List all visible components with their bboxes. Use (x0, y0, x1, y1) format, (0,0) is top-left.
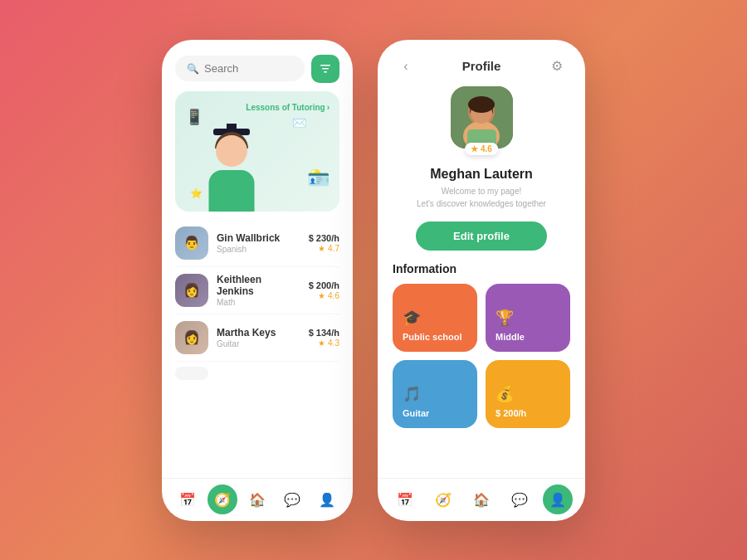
left-phone: 🔍 Lessons of Tutoring › 📱 💡 ✉️ ⭐ (162, 40, 353, 521)
tutor-info-martha: Martha Keys Guitar (217, 327, 300, 348)
tutor-price-gin: $ 230/h (309, 233, 339, 243)
search-input[interactable] (204, 62, 293, 75)
tutor-avatar-gin: 👨 (175, 226, 208, 260)
avatar (451, 86, 513, 149)
search-icon: 🔍 (187, 63, 199, 75)
tutor-rate-keithleen: $ 200/h ★ 4.6 (309, 280, 339, 300)
banner-text: Lessons of Tutoring › (246, 103, 330, 112)
right-nav-home[interactable]: 🏠 (466, 485, 496, 514)
settings-icon[interactable]: ⚙ (545, 55, 569, 78)
info-card-label-rate: $ 200/h (496, 408, 526, 418)
grad-character (198, 120, 265, 212)
tutor-info-gin: Gin Wallbrick Spanish (217, 232, 300, 254)
info-grid: 🎓 Public school 🏆 Middle 🎵 Guitar 💰 $ 20… (393, 284, 570, 428)
table-row[interactable]: 👩 Keithleen Jenkins Math $ 200/h ★ 4.6 (175, 267, 339, 314)
info-card-middle[interactable]: 🏆 Middle (486, 284, 570, 352)
money-icon: 💰 (496, 385, 514, 403)
info-card-public-school[interactable]: 🎓 Public school (393, 284, 477, 352)
search-area: 🔍 (162, 40, 353, 91)
tutor-name-gin: Gin Wallbrick (217, 232, 300, 244)
tutor-subject-gin: Spanish (217, 245, 300, 254)
tutor-name-martha: Martha Keys (217, 327, 300, 338)
envelope-deco-icon: ✉️ (292, 116, 306, 129)
rating-badge: ★ 4.6 (465, 143, 498, 155)
id-card-deco-icon: 🪪 (307, 169, 330, 191)
nav-item-chat[interactable]: 💬 (277, 485, 307, 514)
list-item-partial (175, 362, 339, 378)
tutors-list: 👨 Gin Wallbrick Spanish $ 230/h ★ 4.7 👩 … (162, 220, 353, 478)
info-card-rate[interactable]: 💰 $ 200/h (486, 360, 570, 428)
search-input-wrap[interactable]: 🔍 (175, 56, 305, 81)
table-row[interactable]: 👩 Martha Keys Guitar $ 134/h ★ 4.3 (175, 314, 339, 362)
filter-button[interactable] (311, 55, 339, 83)
tutor-avatar-martha: 👩 (175, 321, 208, 354)
svg-point-8 (468, 96, 495, 113)
right-nav-profile[interactable]: 👤 (543, 485, 573, 514)
tutor-subject-martha: Guitar (217, 339, 300, 348)
right-phone: ‹ Profile ⚙ ★ 4.6 Meghan Lautern (378, 40, 585, 521)
right-nav-calendar[interactable]: 📅 (390, 485, 420, 514)
music-icon: 🎵 (403, 385, 421, 403)
tutor-name-keithleen: Keithleen Jenkins (217, 274, 300, 297)
nav-item-explore[interactable]: 🧭 (208, 485, 237, 514)
page-title: Profile (462, 59, 501, 73)
tutor-price-keithleen: $ 200/h (309, 280, 339, 290)
nav-item-home[interactable]: 🏠 (242, 485, 272, 514)
profile-header: ‹ Profile ⚙ (378, 40, 585, 86)
info-card-guitar[interactable]: 🎵 Guitar (393, 360, 477, 428)
left-bottom-nav: 📅 🧭 🏠 💬 👤 (162, 478, 353, 521)
tutor-rating-gin: ★ 4.7 (309, 244, 339, 253)
svg-rect-2 (324, 71, 327, 73)
profile-name: Meghan Lautern (430, 167, 533, 182)
graduation-icon: 🎓 (403, 309, 421, 327)
profile-avatar-wrap: ★ 4.6 (451, 86, 513, 149)
right-nav-explore[interactable]: 🧭 (428, 485, 458, 514)
tutor-price-martha: $ 134/h (309, 328, 339, 338)
right-bottom-nav: 📅 🧭 🏠 💬 👤 (378, 478, 585, 521)
lessons-banner[interactable]: Lessons of Tutoring › 📱 💡 ✉️ ⭐ 🪪 (175, 91, 339, 212)
tutor-rating-keithleen: ★ 4.6 (309, 291, 339, 300)
trophy-icon: 🏆 (496, 309, 514, 327)
information-title: Information (393, 262, 570, 275)
info-card-label-school: Public school (403, 332, 462, 342)
svg-rect-1 (322, 68, 329, 70)
nav-item-calendar[interactable]: 📅 (173, 485, 203, 514)
profile-bio: Welcome to my page! Let's discover knowl… (392, 185, 571, 210)
right-nav-chat[interactable]: 💬 (505, 485, 535, 514)
info-card-label-guitar: Guitar (403, 408, 429, 418)
info-card-label-middle: Middle (496, 332, 525, 342)
tutor-rating-martha: ★ 4.3 (309, 338, 339, 348)
table-row[interactable]: 👨 Gin Wallbrick Spanish $ 230/h ★ 4.7 (175, 220, 339, 267)
information-section: Information 🎓 Public school 🏆 Middle 🎵 G… (378, 251, 585, 440)
tutor-avatar-keithleen: 👩 (175, 274, 208, 307)
svg-rect-0 (320, 65, 330, 66)
profile-content: ★ 4.6 Meghan Lautern Welcome to my page!… (378, 86, 585, 478)
tutor-rate-martha: $ 134/h ★ 4.3 (309, 328, 339, 348)
tutor-info-keithleen: Keithleen Jenkins Math (217, 274, 300, 307)
tutor-subject-keithleen: Math (217, 298, 300, 307)
nav-item-profile[interactable]: 👤 (312, 485, 342, 514)
edit-profile-button[interactable]: Edit profile (416, 222, 547, 251)
back-button[interactable]: ‹ (394, 55, 417, 78)
tutor-rate-gin: $ 230/h ★ 4.7 (309, 233, 339, 253)
